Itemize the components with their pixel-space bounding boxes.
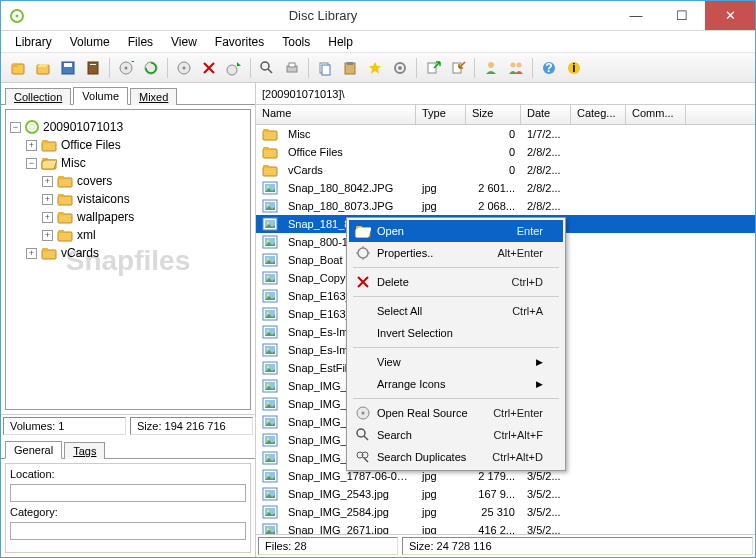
svg-rect-51 [263, 147, 269, 150]
file-size: 0 [466, 146, 521, 158]
context-select-all[interactable]: Select AllCtrl+A [349, 300, 563, 322]
context-open-real-source[interactable]: Open Real SourceCtrl+Enter [349, 402, 563, 424]
tree-toggle-icon[interactable]: − [26, 158, 37, 169]
tree-toggle-icon[interactable]: + [42, 176, 53, 187]
user-icon[interactable] [480, 57, 502, 79]
column-date[interactable]: Date [521, 105, 571, 124]
context-search-duplicates[interactable]: Search DuplicatesCtrl+Alt+D [349, 446, 563, 468]
context-shortcut: Enter [517, 225, 543, 237]
context-arrange-icons[interactable]: Arrange Icons▶ [349, 373, 563, 395]
tree-label: 200901071013 [43, 120, 123, 134]
file-date: 2/8/2... [521, 182, 571, 194]
disc-props-icon[interactable] [173, 57, 195, 79]
file-type: jpg [416, 506, 466, 518]
file-name: Misc [282, 128, 416, 140]
svg-rect-42 [58, 214, 72, 223]
list-item[interactable]: Office Files02/8/2... [256, 143, 755, 161]
tree-item[interactable]: +covers [10, 172, 246, 190]
menu-favorites[interactable]: Favorites [207, 33, 272, 51]
export-icon[interactable] [422, 57, 444, 79]
menu-help[interactable]: Help [320, 33, 361, 51]
menu-library[interactable]: Library [7, 33, 60, 51]
print-icon[interactable] [281, 57, 303, 79]
about-icon[interactable]: i [563, 57, 585, 79]
tree-item[interactable]: +Office Files [10, 136, 246, 154]
tree-toggle-icon[interactable]: + [42, 194, 53, 205]
svg-point-59 [267, 204, 269, 206]
close-button[interactable]: ✕ [705, 1, 755, 30]
tree-item[interactable]: +wallpapers [10, 208, 246, 226]
settings-icon[interactable] [389, 57, 411, 79]
folder-icon [57, 210, 73, 224]
tree-root[interactable]: −200901071013 [10, 118, 246, 136]
file-date: 3/5/2... [521, 524, 571, 534]
file-list[interactable]: Misc01/7/2...Office Files02/8/2...vCards… [256, 125, 755, 534]
disc-arrow-icon[interactable] [223, 57, 245, 79]
folder-icon [262, 127, 278, 141]
menu-view[interactable]: View [163, 33, 205, 51]
copy-icon[interactable] [314, 57, 336, 79]
book-icon[interactable] [82, 57, 104, 79]
refresh-disc-icon[interactable] [140, 57, 162, 79]
column-type[interactable]: Type [416, 105, 466, 124]
tree-item[interactable]: +vistaicons [10, 190, 246, 208]
column-comm[interactable]: Comm... [626, 105, 686, 124]
users-icon[interactable] [505, 57, 527, 79]
file-type: jpg [416, 200, 466, 212]
tab-mixed[interactable]: Mixed [130, 88, 177, 105]
context-invert-selection[interactable]: Invert Selection [349, 322, 563, 344]
context-properties-[interactable]: Properties..Alt+Enter [349, 242, 563, 264]
context-open[interactable]: OpenEnter [349, 220, 563, 242]
import-icon[interactable] [447, 57, 469, 79]
tab-tags[interactable]: Tags [64, 442, 105, 459]
minimize-button[interactable]: — [613, 1, 659, 30]
list-item[interactable]: Snap_IMG_2543.jpgjpg167 9...3/5/2... [256, 485, 755, 503]
menu-files[interactable]: Files [120, 33, 161, 51]
general-panel: Location: Category: [5, 463, 251, 553]
favorite-icon[interactable] [364, 57, 386, 79]
tree-toggle-icon[interactable]: + [42, 230, 53, 241]
tree-item[interactable]: +xml [10, 226, 246, 244]
list-item[interactable]: Misc01/7/2... [256, 125, 755, 143]
column-size[interactable]: Size [466, 105, 521, 124]
maximize-button[interactable]: ☐ [659, 1, 705, 30]
tree-item[interactable]: −Misc [10, 154, 246, 172]
new-library-icon[interactable] [7, 57, 29, 79]
delete-icon[interactable] [198, 57, 220, 79]
list-item[interactable]: Snap_IMG_2671.jpgjpg416 2...3/5/2... [256, 521, 755, 534]
context-view[interactable]: View▶ [349, 351, 563, 373]
add-disc-icon[interactable]: + [115, 57, 137, 79]
list-item[interactable]: Snap_IMG_2584.jpgjpg25 3103/5/2... [256, 503, 755, 521]
tree-toggle-icon[interactable]: + [42, 212, 53, 223]
props-icon [353, 246, 373, 260]
folder-icon [41, 138, 57, 152]
svg-point-95 [267, 420, 269, 422]
search-icon[interactable] [256, 57, 278, 79]
list-item[interactable]: vCards02/8/2... [256, 161, 755, 179]
help-icon[interactable]: ? [538, 57, 560, 79]
tree-toggle-icon[interactable]: − [10, 122, 21, 133]
save-icon[interactable] [57, 57, 79, 79]
tab-volume[interactable]: Volume [73, 87, 128, 105]
image-icon [262, 271, 278, 285]
paste-icon[interactable] [339, 57, 361, 79]
folder-icon [57, 192, 73, 206]
location-input[interactable] [10, 484, 246, 502]
menu-volume[interactable]: Volume [62, 33, 118, 51]
open-library-icon[interactable] [32, 57, 54, 79]
list-item[interactable]: Snap_180_8042.JPGjpg2 601...2/8/2... [256, 179, 755, 197]
tree-toggle-icon[interactable]: + [26, 140, 37, 151]
menu-tools[interactable]: Tools [274, 33, 318, 51]
context-delete[interactable]: DeleteCtrl+D [349, 271, 563, 293]
tree-item[interactable]: +vCards [10, 244, 246, 262]
column-name[interactable]: Name [256, 105, 416, 124]
list-item[interactable]: Snap_180_8073.JPGjpg2 068...2/8/2... [256, 197, 755, 215]
volume-tree[interactable]: −200901071013+Office Files−Misc+covers+v… [5, 109, 251, 410]
tree-toggle-icon[interactable]: + [26, 248, 37, 259]
tab-collection[interactable]: Collection [5, 88, 71, 105]
context-search[interactable]: SearchCtrl+Alt+F [349, 424, 563, 446]
column-categ[interactable]: Categ... [571, 105, 626, 124]
category-input[interactable] [10, 522, 246, 540]
tab-general[interactable]: General [5, 441, 62, 459]
svg-point-14 [183, 66, 186, 69]
